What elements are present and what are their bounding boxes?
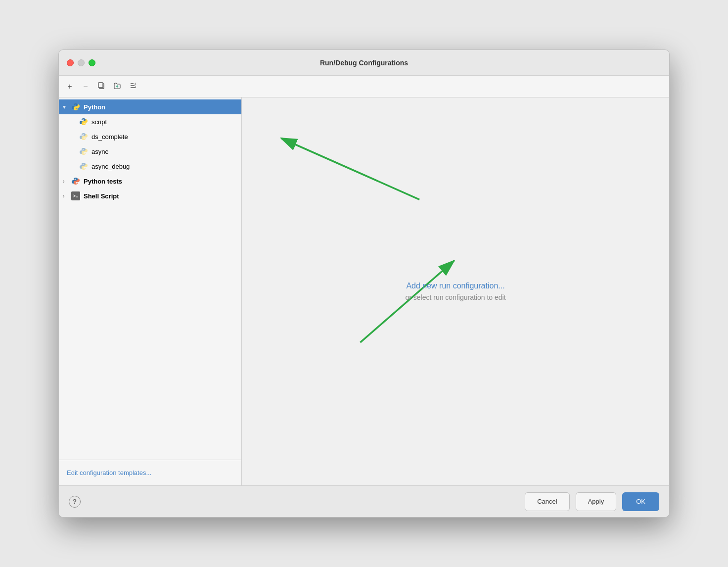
python-async-item[interactable]: async xyxy=(59,144,241,159)
bottom-left: ? xyxy=(69,496,81,508)
sort-icon: a z xyxy=(129,82,137,92)
python-ds-label: ds_complete xyxy=(91,133,128,141)
svg-text:z: z xyxy=(135,85,136,88)
main-content: ▾ Python xyxy=(59,97,669,485)
chevron-down-icon: ▾ xyxy=(63,104,71,110)
move-to-folder-button[interactable] xyxy=(110,80,124,94)
minimize-button[interactable] xyxy=(78,59,85,66)
chevron-right-shell-icon: › xyxy=(63,193,71,199)
traffic-lights xyxy=(67,59,95,66)
shell-script-icon xyxy=(71,191,81,201)
python-group-label: Python xyxy=(84,103,105,111)
python-async-debug-icon xyxy=(79,161,89,171)
window-title: Run/Debug Configurations xyxy=(320,59,408,67)
maximize-button[interactable] xyxy=(89,59,95,66)
main-window: Run/Debug Configurations + − xyxy=(58,49,670,518)
shell-script-label: Shell Script xyxy=(84,192,119,200)
sidebar-tree: ▾ Python xyxy=(59,97,241,460)
python-tests-icon xyxy=(71,176,81,186)
python-tests-label: Python tests xyxy=(84,178,122,185)
cancel-button[interactable]: Cancel xyxy=(525,492,569,511)
minus-icon: − xyxy=(83,82,88,91)
python-ds-complete-item[interactable]: ds_complete xyxy=(59,129,241,144)
bottom-bar: ? Cancel Apply OK xyxy=(59,485,669,517)
right-panel-content: Add new run configuration... or select r… xyxy=(405,282,505,301)
copy-icon xyxy=(97,82,105,92)
python-group[interactable]: ▾ Python xyxy=(59,99,241,114)
right-panel: Add new run configuration... or select r… xyxy=(242,97,669,485)
python-async-debug-label: async_debug xyxy=(91,163,130,170)
python-ds-icon xyxy=(79,132,89,142)
sidebar-footer: Edit configuration templates... xyxy=(59,460,241,485)
title-bar: Run/Debug Configurations xyxy=(59,50,669,76)
sort-button[interactable]: a z xyxy=(126,80,140,94)
bottom-right: Cancel Apply OK xyxy=(525,492,659,511)
or-select-text: or select run configuration to edit xyxy=(405,293,505,301)
apply-button[interactable]: Apply xyxy=(576,492,617,511)
svg-rect-1 xyxy=(98,83,103,88)
python-script-item[interactable]: script xyxy=(59,114,241,129)
python-script-label: script xyxy=(91,118,107,126)
edit-templates-link[interactable]: Edit configuration templates... xyxy=(67,469,151,476)
python-icon xyxy=(71,102,81,112)
ok-button[interactable]: OK xyxy=(622,492,659,511)
question-mark-icon: ? xyxy=(73,498,77,505)
folder-icon xyxy=(113,82,121,92)
copy-config-button[interactable] xyxy=(94,80,108,94)
python-async-icon xyxy=(79,146,89,156)
chevron-right-icon: › xyxy=(63,178,71,184)
python-async-label: async xyxy=(91,148,108,155)
shell-script-group[interactable]: › Shell Script xyxy=(59,189,241,203)
close-button[interactable] xyxy=(67,59,74,66)
python-script-icon xyxy=(79,117,89,127)
plus-icon: + xyxy=(67,82,72,91)
add-new-config-link[interactable]: Add new run configuration... xyxy=(406,282,504,290)
sidebar: ▾ Python xyxy=(59,97,242,485)
remove-config-button[interactable]: − xyxy=(79,80,92,94)
add-config-button[interactable]: + xyxy=(63,80,77,94)
python-tests-group[interactable]: › Python tests xyxy=(59,174,241,189)
help-button[interactable]: ? xyxy=(69,496,81,508)
toolbar: + − a xyxy=(59,76,669,97)
python-async-debug-item[interactable]: async_debug xyxy=(59,159,241,174)
